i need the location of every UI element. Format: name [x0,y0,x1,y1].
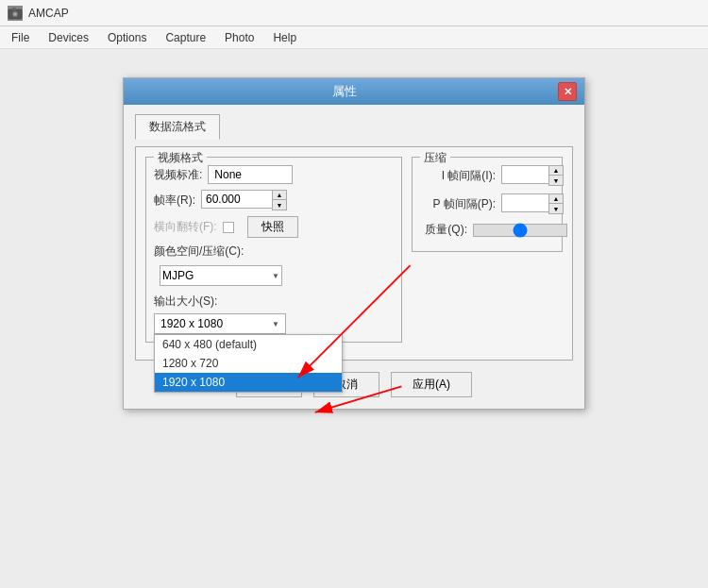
output-size-option-1[interactable]: 1280 x 720 [155,354,342,373]
frame-rate-down-button[interactable]: ▼ [273,200,286,210]
video-format-title: 视频格式 [154,150,207,166]
dialog-title-bar: 属性 ✕ [124,78,584,105]
p-frame-row: P 帧间隔(P): ▲ ▼ [420,193,554,214]
tab-strip: 数据流格式 [135,114,573,139]
dialog-title: 属性 [131,83,558,100]
output-size-option-2[interactable]: 1920 x 1080 [155,373,342,392]
menu-bar: File Devices Options Capture Photo Help [0,26,708,49]
i-frame-spinbox: ▲ ▼ [501,165,564,186]
colorspace-label: 颜色空间/压缩(C): [154,244,244,260]
quality-row: 质量(Q): [420,222,554,238]
p-frame-spin-buttons: ▲ ▼ [548,193,564,214]
frame-rate-row: 帧率(R): 60.000 ▲ ▼ [154,190,394,210]
compression-group: 压缩 I 帧间隔(I): ▲ ▼ [412,157,563,252]
p-frame-down-button[interactable]: ▼ [549,204,563,213]
menu-help[interactable]: Help [265,29,304,46]
output-size-current-value: 1920 x 1080 [160,317,223,330]
i-frame-spin-buttons: ▲ ▼ [548,165,564,186]
hflip-checkbox[interactable] [223,222,234,233]
menu-capture[interactable]: Capture [158,29,213,46]
two-column-layout: 视频格式 视频标准: None 帧率(R): 60.000 [145,157,563,350]
p-frame-label: P 帧间隔(P): [420,196,496,212]
menu-options[interactable]: Options [100,29,154,46]
i-frame-row: I 帧间隔(I): ▲ ▼ [420,165,554,186]
video-standard-label: 视频标准: [154,167,202,183]
colorspace-select[interactable]: MJPG [160,265,282,286]
i-frame-input[interactable] [501,165,548,184]
app-icon [8,6,23,21]
output-size-label: 输出大小(S): [154,294,394,310]
p-frame-spinbox: ▲ ▼ [501,193,564,214]
menu-photo[interactable]: Photo [217,29,261,46]
quality-slider[interactable] [473,224,567,237]
dialog-content: 数据流格式 视频格式 视频标准: None [124,105,584,409]
tab-content: 视频格式 视频标准: None 帧率(R): 60.000 [135,146,573,361]
p-frame-up-button[interactable]: ▲ [549,194,563,204]
frame-rate-label: 帧率(R): [154,193,195,209]
video-standard-value: None [208,165,293,184]
colorspace-select-wrapper-outer: MJPG [160,265,394,286]
video-format-group: 视频格式 视频标准: None 帧率(R): 60.000 [145,157,402,343]
colorspace-row: 颜色空间/压缩(C): [154,244,394,260]
frame-rate-up-button[interactable]: ▲ [273,191,286,200]
quality-label: 质量(Q): [420,222,467,238]
compression-title: 压缩 [420,150,450,166]
menu-file[interactable]: File [4,29,37,46]
i-frame-up-button[interactable]: ▲ [549,166,563,176]
quality-slider-container [473,224,567,237]
properties-dialog: 属性 ✕ 数据流格式 视频格式 视频标准: [123,77,585,410]
hflip-row: 横向翻转(F): 快照 [154,216,394,238]
frame-rate-spin-buttons: ▲ ▼ [272,190,287,210]
dialog-close-button[interactable]: ✕ [558,82,577,101]
svg-point-2 [14,12,17,15]
output-size-dropdown-list: 640 x 480 (default) 1280 x 720 1920 x 10… [154,334,343,393]
dropdown-arrow-icon: ▼ [272,320,279,328]
title-bar: AMCAP [0,0,708,26]
apply-button[interactable]: 应用(A) [391,372,472,397]
snapshot-button[interactable]: 快照 [247,216,298,238]
i-frame-label: I 帧间隔(I): [420,168,496,184]
output-size-dropdown-trigger[interactable]: 1920 x 1080 ▼ [154,313,286,334]
main-area: 属性 ✕ 数据流格式 视频格式 视频标准: [0,49,708,588]
p-frame-input[interactable] [501,193,548,212]
right-column: 压缩 I 帧间隔(I): ▲ ▼ [412,157,563,350]
video-standard-row: 视频标准: None [154,165,394,184]
tab-datastream[interactable]: 数据流格式 [135,114,220,140]
svg-rect-3 [12,8,16,10]
frame-rate-spinbox: 60.000 ▲ ▼ [201,190,287,210]
colorspace-select-wrapper: MJPG [160,265,282,286]
menu-devices[interactable]: Devices [41,29,96,46]
i-frame-down-button[interactable]: ▼ [549,176,563,185]
output-size-dropdown-container: 1920 x 1080 ▼ 640 x 480 (default) 1280 x… [154,313,286,334]
left-column: 视频格式 视频标准: None 帧率(R): 60.000 [145,157,402,350]
hflip-label: 横向翻转(F): [154,219,217,235]
app-title: AMCAP [28,7,69,20]
output-size-option-0[interactable]: 640 x 480 (default) [155,335,342,354]
frame-rate-input[interactable]: 60.000 [201,190,272,209]
